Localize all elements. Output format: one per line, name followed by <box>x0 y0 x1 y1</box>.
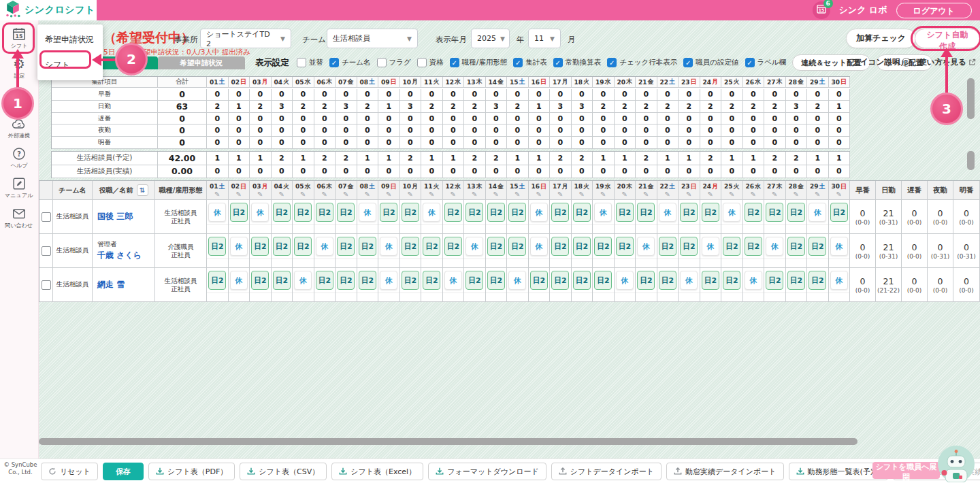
shift-chip-work[interactable]: 日2 <box>702 271 719 290</box>
shift-chip-rest[interactable]: 休 <box>702 237 719 256</box>
staff-name-link[interactable]: 網走 雪 <box>97 279 125 290</box>
shift-chip-rest[interactable]: 休 <box>208 203 226 222</box>
shift-chip-work[interactable]: 日2 <box>208 237 226 256</box>
shift-chip-work[interactable]: 日2 <box>316 271 333 290</box>
shift-chip-rest[interactable]: 休 <box>423 203 440 222</box>
shift-chip-work[interactable]: 日2 <box>530 271 548 290</box>
edit-day-icon[interactable]: ✎ <box>686 191 691 198</box>
shift-chip-work[interactable]: 日2 <box>766 271 783 290</box>
footer-button-format-download[interactable]: フォーマットダウンロード <box>428 463 546 480</box>
shift-chip-work[interactable]: 日2 <box>402 237 419 256</box>
edit-day-icon[interactable]: ✎ <box>815 191 820 198</box>
shift-chip-work[interactable]: 日2 <box>294 237 312 256</box>
shift-chip-work[interactable]: 日2 <box>594 237 612 256</box>
footer-button-save[interactable]: 保存 <box>103 463 144 480</box>
row-checkbox[interactable] <box>42 246 51 256</box>
shift-chip-work[interactable]: 日2 <box>573 271 591 290</box>
shift-chip-work[interactable]: 日2 <box>659 271 676 290</box>
shift-chip-work[interactable]: 日2 <box>359 271 376 290</box>
shift-chip-rest[interactable]: 休 <box>380 237 397 256</box>
shift-chip-rest[interactable]: 休 <box>637 237 655 256</box>
shift-chip-work[interactable]: 日2 <box>787 203 805 222</box>
shift-chip-rest[interactable]: 休 <box>680 271 698 290</box>
display-option-job-type[interactable]: ✓職種/雇用形態 <box>450 58 508 67</box>
shift-chip-work[interactable]: 日2 <box>702 203 719 222</box>
footer-button-csv[interactable]: シフト表（CSV） <box>240 463 327 480</box>
edit-day-icon[interactable]: ✎ <box>579 191 585 198</box>
staffing-vertical-scrollbar[interactable] <box>967 151 975 170</box>
icon-help-link[interactable]: アイコン説明 ? <box>852 57 911 67</box>
edit-day-icon[interactable]: ✎ <box>836 191 842 198</box>
footer-button-excel[interactable]: シフト表（Excel） <box>331 463 423 480</box>
shift-chip-rest[interactable]: 休 <box>808 203 826 222</box>
shift-chip-rest[interactable]: 休 <box>530 203 548 222</box>
shift-chip-work[interactable]: 日2 <box>637 203 655 222</box>
edit-day-icon[interactable]: ✎ <box>300 191 306 198</box>
robot-avatar[interactable] <box>938 446 975 482</box>
shift-chip-work[interactable]: 日2 <box>808 237 826 256</box>
shift-chip-work[interactable]: 日2 <box>402 271 419 290</box>
shift-chip-rest[interactable]: 休 <box>594 203 612 222</box>
shift-chip-rest[interactable]: 休 <box>294 271 312 290</box>
edit-day-icon[interactable]: ✎ <box>600 191 606 198</box>
shift-chip-work[interactable]: 日2 <box>659 237 676 256</box>
display-option-fte[interactable]: ✓常勤換算表 <box>553 58 602 67</box>
shift-chip-work[interactable]: 日2 <box>380 203 397 222</box>
shift-chip-work[interactable]: 日2 <box>745 237 762 256</box>
logout-button[interactable]: ログアウト <box>896 3 972 18</box>
edit-day-icon[interactable]: ✎ <box>236 191 242 198</box>
office-select[interactable]: ショートステイTD 2 ▼ <box>200 29 291 48</box>
summary-vertical-scrollbar[interactable] <box>967 78 975 119</box>
edit-day-icon[interactable]: ✎ <box>343 191 348 198</box>
shift-chip-rest[interactable]: 休 <box>659 203 676 222</box>
shift-chip-rest[interactable]: 休 <box>530 237 548 256</box>
edit-day-icon[interactable]: ✎ <box>536 191 542 198</box>
edit-day-icon[interactable]: ✎ <box>622 191 627 198</box>
shift-chip-work[interactable]: 日2 <box>337 203 355 222</box>
shift-chip-rest[interactable]: 休 <box>230 237 248 256</box>
shift-chip-rest[interactable]: 休 <box>230 271 248 290</box>
shift-chip-work[interactable]: 日2 <box>444 237 462 256</box>
display-option-flag[interactable]: フラグ <box>377 58 411 67</box>
shift-chip-work[interactable]: 日2 <box>423 271 440 290</box>
sidebar-item-contact[interactable]: 問い合わせ <box>0 203 38 233</box>
shift-chip-work[interactable]: 日2 <box>723 237 740 256</box>
shift-chip-work[interactable]: 日2 <box>466 271 483 290</box>
footer-button-reset[interactable]: リセット <box>41 463 98 480</box>
edit-day-icon[interactable]: ✎ <box>365 191 370 198</box>
edit-day-icon[interactable]: ✎ <box>729 191 734 198</box>
year-select[interactable]: 2025 ▼ <box>471 29 510 48</box>
display-option-qualification[interactable]: 資格 <box>417 58 444 67</box>
display-option-sort[interactable]: 並替 <box>297 58 323 67</box>
shift-chip-work[interactable]: 日2 <box>444 203 462 222</box>
edit-day-icon[interactable]: ✎ <box>751 191 756 198</box>
shift-chip-work[interactable]: 日2 <box>487 203 505 222</box>
shift-chip-work[interactable]: 日2 <box>573 203 591 222</box>
shift-chip-work[interactable]: 日2 <box>251 271 269 290</box>
staff-name-link[interactable]: 国後 三郎 <box>97 211 133 222</box>
shift-chip-work[interactable]: 日2 <box>787 237 805 256</box>
shift-chip-work[interactable]: 日2 <box>337 237 355 256</box>
shift-chip-work[interactable]: 日2 <box>337 271 355 290</box>
sidebar-item-help[interactable]: ?ヘルプ <box>0 143 38 173</box>
shift-chip-rest[interactable]: 休 <box>316 237 333 256</box>
shift-chip-work[interactable]: 日2 <box>487 237 505 256</box>
shift-chip-rest[interactable]: 休 <box>380 271 397 290</box>
shift-chip-work[interactable]: 日2 <box>594 271 612 290</box>
menu-item-request-status[interactable]: 希望申請状況 <box>37 27 103 52</box>
shift-chip-work[interactable]: 日2 <box>830 203 848 222</box>
edit-day-icon[interactable]: ✎ <box>772 191 777 198</box>
shift-chip-work[interactable]: 日2 <box>273 203 291 222</box>
footer-button-shift-import[interactable]: シフトデータインポート <box>551 463 662 480</box>
staff-name-link[interactable]: 千歳 さくら <box>97 250 142 261</box>
auto-create-button[interactable]: シフト自動作成 <box>915 29 980 48</box>
shift-chip-work[interactable]: 日2 <box>466 203 483 222</box>
shift-chip-rest[interactable]: 休 <box>766 237 783 256</box>
shift-chip-work[interactable]: 日2 <box>680 203 698 222</box>
shift-chip-work[interactable]: 日2 <box>359 237 376 256</box>
edit-day-icon[interactable]: ✎ <box>322 191 327 198</box>
shift-chip-work[interactable]: 日2 <box>423 237 440 256</box>
display-option-check-row-hide[interactable]: ✓チェック行非表示 <box>607 58 677 67</box>
shift-chip-work[interactable]: 日2 <box>680 237 698 256</box>
display-option-label-col[interactable]: ✓ラベル欄 <box>745 58 787 67</box>
